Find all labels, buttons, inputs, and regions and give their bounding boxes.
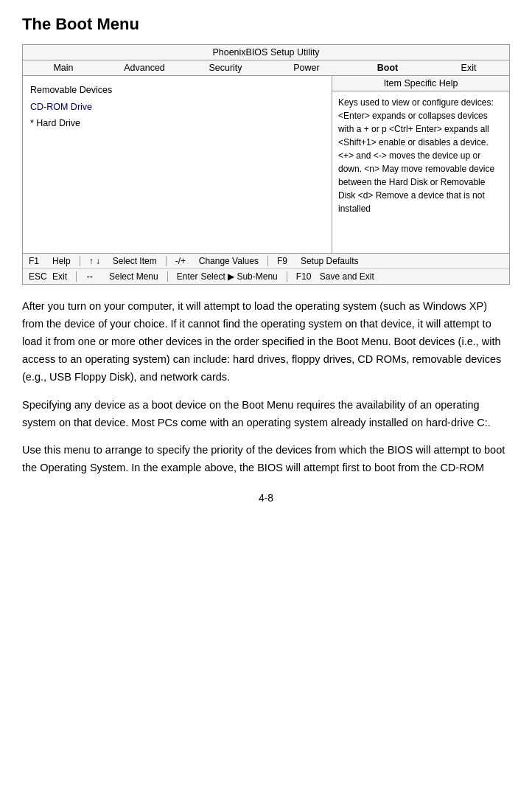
- bios-footer-row-1: F1 Help ↑ ↓ Select Item -/+ Change Value…: [23, 254, 509, 268]
- nav-exit[interactable]: Exit: [428, 60, 509, 75]
- bios-title: PhoenixBIOS Setup Utility: [23, 45, 509, 60]
- footer-esc: ESC Exit: [29, 271, 67, 282]
- page-title: The Boot Menu: [22, 15, 510, 34]
- nav-advanced[interactable]: Advanced: [104, 60, 185, 75]
- bios-device-panel: Removable Devices CD-ROM Drive * Hard Dr…: [23, 76, 332, 253]
- device-harddrive[interactable]: * Hard Drive: [30, 115, 324, 132]
- device-list: Removable Devices CD-ROM Drive * Hard Dr…: [30, 82, 324, 132]
- footer-plusminus: -/+ Change Values: [175, 256, 259, 266]
- nav-boot[interactable]: Boot: [347, 60, 428, 75]
- bios-help-text: Keys used to view or configure devices: …: [332, 91, 509, 220]
- paragraph-3: Use this menu to arrange to specify the …: [22, 442, 510, 477]
- nav-security[interactable]: Security: [185, 60, 266, 75]
- device-removable[interactable]: Removable Devices: [30, 82, 324, 99]
- footer-f1: F1 Help: [29, 256, 71, 266]
- bios-help-panel: Item Specific Help Keys used to view or …: [332, 76, 509, 253]
- bios-main: Removable Devices CD-ROM Drive * Hard Dr…: [23, 76, 509, 254]
- device-cdrom[interactable]: CD-ROM Drive: [30, 99, 324, 116]
- paragraph-2: Specifying any device as a boot device o…: [22, 397, 510, 432]
- footer-leftright: ↔ Select Menu: [85, 271, 158, 282]
- footer-f10: F10 Save and Exit: [296, 271, 374, 282]
- footer-f9: F9 Setup Defaults: [277, 256, 359, 266]
- bios-help-header: Item Specific Help: [332, 76, 509, 91]
- bios-footer-row-2: ESC Exit ↔ Select Menu Enter Select ▶ Su…: [23, 268, 509, 284]
- page-number: 4-8: [22, 492, 510, 504]
- footer-updown: ↑ ↓ Select Item: [89, 256, 157, 266]
- bios-table: PhoenixBIOS Setup Utility Main Advanced …: [22, 44, 510, 285]
- paragraph-1: After you turn on your computer, it will…: [22, 298, 510, 386]
- bios-nav: Main Advanced Security Power Boot Exit: [23, 60, 509, 76]
- nav-main[interactable]: Main: [23, 60, 104, 75]
- footer-enter: Enter Select ▶ Sub-Menu: [177, 271, 278, 282]
- bios-footer: F1 Help ↑ ↓ Select Item -/+ Change Value…: [23, 254, 509, 284]
- nav-power[interactable]: Power: [266, 60, 347, 75]
